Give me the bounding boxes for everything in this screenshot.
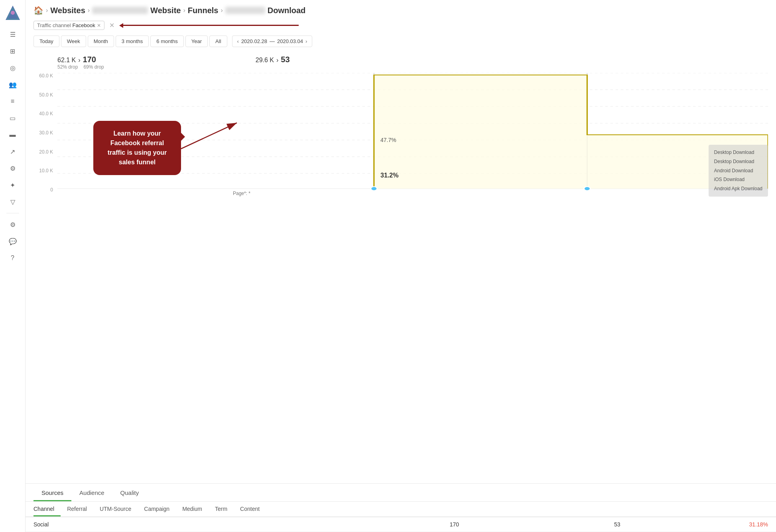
- stat2-label: 29.6 K: [256, 57, 274, 64]
- bottom-section: Sources Audience Quality Channel Referra…: [26, 483, 776, 532]
- stat1-drop2: 69% drop: [83, 64, 104, 70]
- menu-icon[interactable]: ☰: [6, 27, 20, 41]
- page-label: Page*: *: [233, 191, 250, 196]
- download-item-3: Android Download: [714, 166, 762, 175]
- row-channel: Social: [26, 517, 158, 532]
- callout-tooltip: Learn how your Facebook referral traffic…: [93, 121, 181, 175]
- users-icon[interactable]: 👥: [6, 77, 20, 92]
- download-item-1: Desktop Download: [714, 148, 762, 157]
- filter-channel-remove[interactable]: ✕: [97, 23, 101, 28]
- filter-channel-value: Facebook: [73, 22, 95, 28]
- date-next-icon[interactable]: ›: [305, 38, 307, 44]
- tab-audience[interactable]: Audience: [71, 484, 112, 501]
- row-value1: 170: [360, 517, 467, 532]
- row-empty-3: [292, 517, 360, 532]
- y-0: 0: [36, 187, 53, 193]
- download-list: Desktop Download Desktop Download Androi…: [709, 145, 768, 197]
- app-logo[interactable]: [5, 5, 21, 21]
- sub-tab-campaign[interactable]: Campaign: [144, 502, 176, 516]
- table-icon[interactable]: ▬: [6, 128, 20, 142]
- help-icon[interactable]: ?: [6, 251, 20, 265]
- date-separator: —: [270, 38, 275, 44]
- stat2-value: 53: [281, 55, 290, 64]
- breadcrumb-download[interactable]: Download: [268, 6, 306, 15]
- funnel-icon[interactable]: ↗: [6, 144, 20, 159]
- arrow-head-icon: [119, 23, 123, 28]
- filter-channel-label: Traffic channel: [37, 22, 71, 28]
- time-6months[interactable]: 6 months: [150, 35, 183, 47]
- sub-tab-term[interactable]: Term: [215, 502, 234, 516]
- row-empty-4: [467, 517, 534, 532]
- breadcrumb-funnel-blurred: [225, 7, 265, 14]
- date-start: 2020.02.28: [241, 38, 267, 44]
- chat-icon[interactable]: 💬: [6, 234, 20, 248]
- sidebar: ☰ ⊞ ◎ 👥 ≡ ▭ ▬ ↗ ⚙ ✦ ▽ ⚙ 💬 ?: [0, 0, 26, 532]
- sub-tab-content[interactable]: Content: [240, 502, 266, 516]
- time-all[interactable]: All: [209, 35, 227, 47]
- sidebar-divider: [6, 213, 19, 213]
- row-empty-1: [158, 517, 225, 532]
- sub-tab-utm-source[interactable]: UTM-Source: [100, 502, 138, 516]
- tab-quality[interactable]: Quality: [112, 484, 147, 501]
- date-end: 2020.03.04: [277, 38, 303, 44]
- download-item-5: Android Apk Download: [714, 184, 762, 193]
- tab-sources[interactable]: Sources: [33, 484, 71, 501]
- sub-tab-channel[interactable]: Channel: [33, 502, 61, 516]
- breadcrumb-sep-4: ›: [221, 7, 223, 14]
- page-icon[interactable]: ▭: [6, 111, 20, 125]
- svg-marker-13: [374, 75, 587, 189]
- sub-tab-referral[interactable]: Referral: [67, 502, 93, 516]
- breadcrumb-funnels[interactable]: Funnels: [188, 6, 219, 15]
- stat1-arrow: ›: [78, 57, 80, 64]
- pct-label-2: 31.2%: [380, 172, 398, 179]
- date-prev-icon[interactable]: ‹: [237, 38, 239, 44]
- sources-table: Social 170 53 31.18%: [26, 517, 776, 532]
- sub-tab-medium[interactable]: Medium: [182, 502, 209, 516]
- time-week[interactable]: Week: [61, 35, 86, 47]
- main-tabs: Sources Audience Quality: [26, 484, 776, 502]
- time-month[interactable]: Month: [88, 35, 114, 47]
- y-axis: 60.0 K 50.0 K 40.0 K 30.0 K 20.0 K 10.0 …: [33, 73, 55, 193]
- home-icon[interactable]: 🏠: [33, 6, 43, 15]
- stat1-label: 62.1 K: [57, 57, 76, 64]
- time-range-bar: Today Week Month 3 months 6 months Year …: [26, 34, 776, 51]
- time-3months[interactable]: 3 months: [116, 35, 149, 47]
- date-range-selector[interactable]: ‹ 2020.02.28 — 2020.03.04 ›: [232, 35, 313, 47]
- row-value2: 53: [534, 517, 628, 532]
- y-30k: 30.0 K: [36, 130, 53, 136]
- sub-tabs: Channel Referral UTM-Source Campaign Med…: [26, 502, 776, 517]
- breadcrumb-website-label[interactable]: Website: [150, 6, 181, 15]
- download-item-2: Desktop Download: [714, 157, 762, 166]
- row-pct: 31.18%: [628, 517, 776, 532]
- chart-stat-1: 62.1 K › 170 52% drop 69% drop: [57, 55, 104, 70]
- breadcrumb-website-blurred: [92, 7, 148, 14]
- time-year[interactable]: Year: [185, 35, 208, 47]
- shape-icon[interactable]: ✦: [6, 178, 20, 192]
- path-icon[interactable]: ⚙: [6, 161, 20, 175]
- y-50k: 50.0 K: [36, 92, 53, 98]
- chart-area: 62.1 K › 170 52% drop 69% drop 29.6 K › …: [26, 51, 776, 483]
- y-10k: 10.0 K: [36, 168, 53, 173]
- list-icon[interactable]: ≡: [6, 94, 20, 108]
- y-60k: 60.0 K: [36, 73, 53, 79]
- filter-add-remove[interactable]: ✕: [108, 22, 116, 29]
- time-today[interactable]: Today: [33, 35, 59, 47]
- svg-point-19: [584, 187, 590, 191]
- stat2-arrow: ›: [276, 57, 278, 64]
- arrow-line: [123, 25, 299, 26]
- breadcrumb-sep-1: ›: [46, 7, 48, 14]
- gauge-icon[interactable]: ◎: [6, 61, 20, 75]
- filter-icon[interactable]: ▽: [6, 195, 20, 209]
- y-40k: 40.0 K: [36, 111, 53, 116]
- traffic-channel-filter[interactable]: Traffic channel Facebook ✕: [33, 21, 104, 30]
- main-content: 🏠 › Websites › Website › Funnels › Downl…: [26, 0, 776, 532]
- settings-icon[interactable]: ⚙: [6, 217, 20, 232]
- dashboard-icon[interactable]: ⊞: [6, 44, 20, 58]
- filter-bar: Traffic channel Facebook ✕ ✕: [26, 18, 776, 34]
- download-item-4: iOS Download: [714, 175, 762, 184]
- breadcrumb-sep-3: ›: [183, 7, 185, 14]
- pct-label-1: 47.7%: [380, 137, 396, 143]
- table-row: Social 170 53 31.18%: [26, 517, 776, 532]
- stat1-value: 170: [83, 55, 96, 64]
- breadcrumb-websites[interactable]: Websites: [50, 6, 85, 15]
